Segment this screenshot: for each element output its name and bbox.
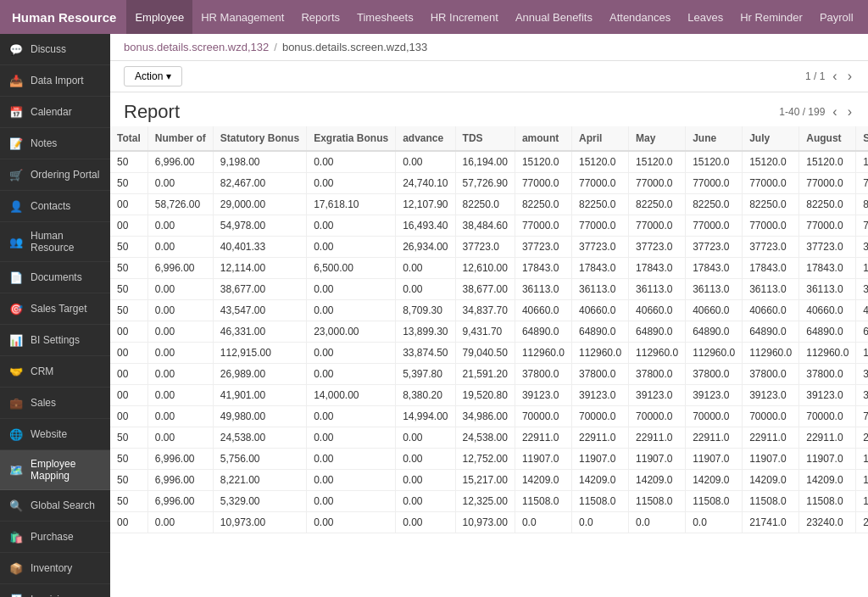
records-prev-button[interactable]: ‹ <box>830 104 839 120</box>
table-row[interactable]: 000.0026,989.000.005,397.8021,591.203780… <box>110 364 868 385</box>
records-info: 1-40 / 199 ‹ › <box>779 104 854 120</box>
table-row[interactable]: 500.0082,467.000.0024,740.1057,726.90770… <box>110 173 868 194</box>
nav-item-payroll[interactable]: Payroll <box>811 0 862 34</box>
table-row[interactable]: 000.0054,978.000.0016,493.4038,484.60770… <box>110 215 868 237</box>
table-cell: 34,837.70 <box>455 300 515 321</box>
table-cell: 15120.0 <box>686 151 743 173</box>
table-row[interactable]: 500.0043,547.000.008,709.3034,837.704066… <box>110 300 868 321</box>
table-cell: 50 <box>110 237 147 258</box>
inventory-icon: 📦 <box>8 561 24 576</box>
table-cell: 9,431.70 <box>455 321 515 343</box>
table-cell: 39123.0 <box>856 385 868 406</box>
table-cell: 38,677.00 <box>213 279 306 300</box>
nav-item-annual-benefits[interactable]: Annual Benefits <box>507 0 601 34</box>
table-cell: 77000.0 <box>515 173 571 194</box>
table-cell: 40660.0 <box>799 300 856 321</box>
table-row[interactable]: 000.0010,973.000.000.0010,973.000.00.00.… <box>110 512 868 533</box>
table-cell: 112960.0 <box>686 343 743 364</box>
table-row[interactable]: 506,996.009,198.000.000.0016,194.0015120… <box>110 151 868 173</box>
col-header-june: June <box>686 126 743 151</box>
breadcrumb-current: bonus.details.screen.wzd,133 <box>282 41 427 53</box>
nav-item-reports[interactable]: Reports <box>292 0 348 34</box>
table-row[interactable]: 500.0024,538.000.000.0024,538.0022911.02… <box>110 427 868 449</box>
table-row[interactable]: 0058,726.0029,000.0017,618.1012,107.9082… <box>110 194 868 215</box>
table-cell: 0.00 <box>307 215 396 237</box>
documents-icon: 📄 <box>8 270 24 285</box>
nav-item-timesheets[interactable]: Timesheets <box>348 0 422 34</box>
table-cell: 15120.0 <box>515 151 571 173</box>
table-cell: 40,401.33 <box>213 237 306 258</box>
table-cell: 70000.0 <box>629 406 686 427</box>
sidebar-item-employee-mapping[interactable]: 🗺️Employee Mapping <box>0 450 110 490</box>
sidebar-item-notes[interactable]: 📝Notes <box>0 128 110 159</box>
sidebar-item-crm[interactable]: 🤝CRM <box>0 356 110 388</box>
sidebar-item-sales-target[interactable]: 🎯Sales Target <box>0 293 110 325</box>
table-cell: 14209.0 <box>856 470 868 491</box>
table-cell: 77000.0 <box>856 173 868 194</box>
table-cell: 13,899.30 <box>396 321 455 343</box>
nav-item-hr-reminder[interactable]: Hr Reminder <box>732 0 811 34</box>
col-header-advance: advance <box>396 126 455 151</box>
sidebar-item-documents[interactable]: 📄Documents <box>0 262 110 293</box>
sidebar-item-data-import[interactable]: 📥Data Import <box>0 65 110 97</box>
table-cell: 22911.0 <box>572 427 629 449</box>
table-row[interactable]: 500.0038,677.000.000.0038,677.0036113.03… <box>110 279 868 300</box>
nav-item-employee[interactable]: Employee <box>126 0 192 34</box>
table-cell: 37723.0 <box>572 237 629 258</box>
table-row[interactable]: 000.00112,915.000.0033,874.5079,040.5011… <box>110 343 868 364</box>
table-cell: 33,874.50 <box>396 343 455 364</box>
table-row[interactable]: 506,996.005,329.000.000.0012,325.0011508… <box>110 491 868 512</box>
table-cell: 12,325.00 <box>455 491 515 512</box>
prev-page-button[interactable]: ‹ <box>830 69 839 84</box>
next-page-button[interactable]: › <box>845 69 854 84</box>
sidebar-item-inventory[interactable]: 📦Inventory <box>0 553 110 584</box>
sidebar-label: Inventory <box>31 562 72 574</box>
sidebar-item-calendar[interactable]: 📅Calendar <box>0 97 110 128</box>
table-cell: 8,380.20 <box>396 385 455 406</box>
table-row[interactable]: 506,996.008,221.000.000.0015,217.0014209… <box>110 470 868 491</box>
table-cell: 17843.0 <box>515 258 571 279</box>
table-cell: 24,538.00 <box>213 427 306 449</box>
sidebar-item-human-resource[interactable]: 👥Human Resource <box>0 222 110 262</box>
table-row[interactable]: 506,996.005,756.000.000.0012,752.0011907… <box>110 449 868 470</box>
table-row[interactable]: 000.0049,980.000.0014,994.0034,986.00700… <box>110 406 868 427</box>
table-cell: 112960.0 <box>743 343 799 364</box>
table-container[interactable]: TotalNumber ofStatutory BonusExgratia Bo… <box>110 126 868 597</box>
sidebar-item-invoicing[interactable]: 🧾Invoicing <box>0 584 110 597</box>
table-cell: 15120.0 <box>856 151 868 173</box>
table-cell: 50 <box>110 449 147 470</box>
sidebar-item-contacts[interactable]: 👤Contacts <box>0 191 110 222</box>
breadcrumb-link[interactable]: bonus.details.screen.wzd,132 <box>124 41 269 53</box>
table-cell: 17843.0 <box>799 258 856 279</box>
sidebar-item-sales[interactable]: 💼Sales <box>0 388 110 419</box>
table-row[interactable]: 506,996.0012,114.006,500.000.0012,610.00… <box>110 258 868 279</box>
col-header-amount: amount <box>515 126 571 151</box>
sidebar-item-purchase[interactable]: 🛍️Purchase <box>0 522 110 553</box>
table-cell: 64890.0 <box>629 321 686 343</box>
sidebar-item-bi-settings[interactable]: 📊BI Settings <box>0 325 110 356</box>
table-cell: 11907.0 <box>572 449 629 470</box>
nav-item-hr-increment[interactable]: HR Increment <box>422 0 507 34</box>
table-cell: 26,934.00 <box>396 237 455 258</box>
table-cell: 14209.0 <box>572 470 629 491</box>
table-cell: 82250.0 <box>686 194 743 215</box>
table-cell: 6,996.00 <box>147 491 213 512</box>
nav-item-leaves[interactable]: Leaves <box>679 0 732 34</box>
nav-item-hr-management[interactable]: HR Management <box>192 0 292 34</box>
table-cell: 82250.0 <box>515 194 571 215</box>
action-button[interactable]: Action ▾ <box>124 66 182 86</box>
table-row[interactable]: 000.0046,331.0023,000.0013,899.309,431.7… <box>110 321 868 343</box>
sidebar-item-discuss[interactable]: 💬Discuss <box>0 34 110 65</box>
table-cell: 36113.0 <box>856 279 868 300</box>
table-cell: 77000.0 <box>572 215 629 237</box>
nav-add-button[interactable]: + <box>862 9 868 25</box>
records-next-button[interactable]: › <box>845 104 854 120</box>
table-row[interactable]: 000.0041,901.0014,000.008,380.2019,520.8… <box>110 385 868 406</box>
table-cell: 39123.0 <box>515 385 571 406</box>
table-row[interactable]: 500.0040,401.330.0026,934.0037723.037723… <box>110 237 868 258</box>
sidebar-item-ordering-portal[interactable]: 🛒Ordering Portal <box>0 159 110 191</box>
table-cell: 0.00 <box>147 512 213 533</box>
sidebar-item-global-search[interactable]: 🔍Global Search <box>0 490 110 522</box>
sidebar-item-website[interactable]: 🌐Website <box>0 419 110 450</box>
nav-item-attendances[interactable]: Attendances <box>601 0 679 34</box>
